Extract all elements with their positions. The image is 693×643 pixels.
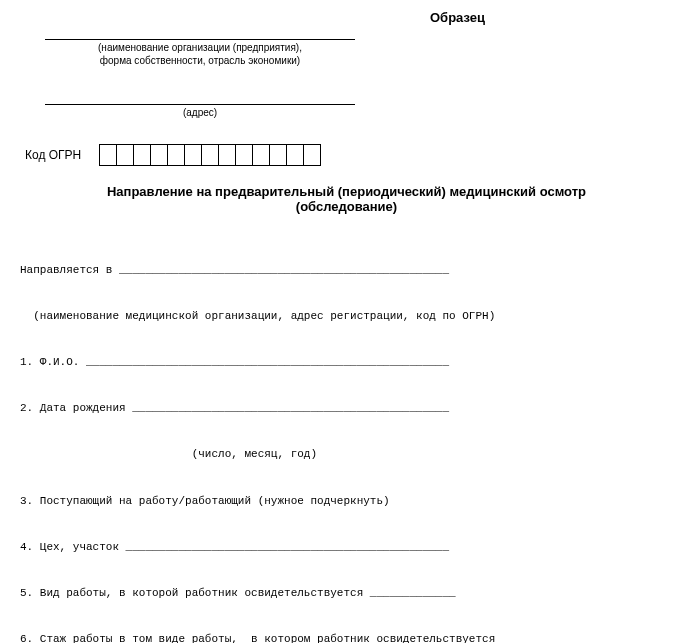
line-dob-caption: (число, месяц, год) <box>20 447 673 462</box>
ogrn-cell <box>150 144 168 166</box>
line-postupayushchiy: 3. Поступающий на работу/работающий (нуж… <box>20 494 673 509</box>
line-dob: 2. Дата рождения _______________________… <box>20 401 673 416</box>
organization-fill-line <box>45 25 355 40</box>
document-title: Направление на предварительный (периодич… <box>28 184 665 214</box>
line-med-org-caption: (наименование медицинской организации, а… <box>20 309 673 324</box>
line-napravlyaetsya: Направляется в _________________________… <box>20 263 673 278</box>
line-tsekh: 4. Цех, участок ________________________… <box>20 540 673 555</box>
address-block: (адрес) <box>45 90 355 118</box>
organization-caption-1: (наименование организации (предприятия), <box>45 42 355 53</box>
ogrn-cell <box>184 144 202 166</box>
sample-label: Образец <box>430 10 485 25</box>
line-stazh: 6. Стаж работы в том виде работы, в кото… <box>20 632 673 643</box>
ogrn-boxes <box>99 144 321 166</box>
ogrn-row: Код ОГРН <box>20 144 673 166</box>
ogrn-cell <box>167 144 185 166</box>
address-caption: (адрес) <box>45 107 355 118</box>
header-area: Образец (наименование организации (предп… <box>20 10 673 120</box>
ogrn-cell <box>201 144 219 166</box>
organization-caption-2: форма собственности, отрасль экономики) <box>45 55 355 66</box>
organization-block: (наименование организации (предприятия),… <box>45 25 355 66</box>
form-body: Направляется в _________________________… <box>20 232 673 643</box>
ogrn-cell <box>269 144 287 166</box>
ogrn-cell <box>133 144 151 166</box>
ogrn-cell <box>99 144 117 166</box>
ogrn-cell <box>286 144 304 166</box>
ogrn-cell <box>303 144 321 166</box>
line-fio: 1. Ф.И.О. ______________________________… <box>20 355 673 370</box>
document-page: Образец (наименование организации (предп… <box>0 0 693 643</box>
line-vid-raboty: 5. Вид работы, в которой работник освиде… <box>20 586 673 601</box>
address-fill-line <box>45 90 355 105</box>
ogrn-cell <box>218 144 236 166</box>
ogrn-cell <box>252 144 270 166</box>
ogrn-label: Код ОГРН <box>25 148 81 162</box>
ogrn-cell <box>116 144 134 166</box>
ogrn-cell <box>235 144 253 166</box>
